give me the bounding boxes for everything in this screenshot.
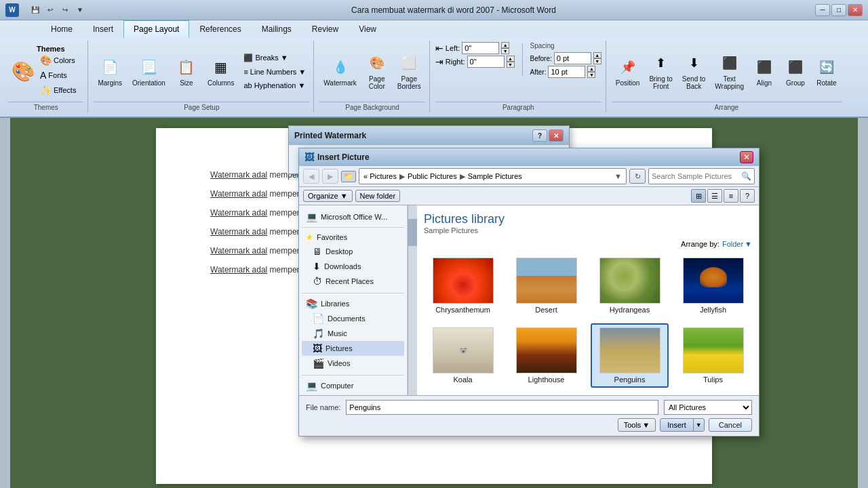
send-to-back-button[interactable]: ⬇ Send toBack (678, 49, 709, 93)
sidebar-item-music[interactable]: 🎵 Music (302, 326, 404, 341)
insert-arrow-btn[interactable]: ▼ (693, 419, 704, 431)
pic-thumb-chrysanthemum (433, 258, 494, 304)
tab-mailings[interactable]: Mailings (252, 20, 302, 38)
cancel-button[interactable]: Cancel (709, 418, 752, 432)
text-wrapping-icon: ⬛ (719, 52, 741, 74)
sidebar-item-libraries[interactable]: 📚 Libraries (302, 296, 404, 311)
koala-image: 🐨 (433, 328, 493, 373)
spacing-before-row: Before: ▲ ▼ (530, 52, 601, 64)
group-button[interactable]: ⬛ Group (781, 54, 810, 89)
pic-item-penguins[interactable]: Penguins (591, 323, 669, 388)
nav-bar: ◀ ▶ 📁 « Pictures ▶ Public Pictures ▶ Sam… (299, 166, 759, 187)
line-numbers-button[interactable]: ≡ Line Numbers ▼ (240, 66, 309, 78)
maximize-button[interactable]: □ (831, 4, 846, 16)
nav-forward-btn[interactable]: ▶ (322, 169, 338, 184)
insert-main-btn[interactable]: Insert (660, 419, 693, 431)
tab-review[interactable]: Review (302, 20, 349, 38)
margins-button[interactable]: 📄 Margins (94, 54, 126, 89)
text-wrapping-button[interactable]: ⬛ TextWrapping (711, 49, 748, 93)
hyphenation-button[interactable]: ab Hyphenation ▼ (240, 79, 309, 92)
indent-left-up[interactable]: ▲ (501, 42, 509, 48)
pic-item-koala[interactable]: 🐨 Koala (424, 323, 502, 388)
tab-view[interactable]: View (349, 20, 387, 38)
tab-references[interactable]: References (189, 20, 251, 38)
pic-item-jellyfish[interactable]: Jellyfish (674, 253, 752, 318)
page-borders-button[interactable]: ⬜ PageBorders (393, 49, 425, 93)
spacing-before-input[interactable] (554, 52, 591, 64)
colors-btn[interactable]: 🎨Colors (37, 53, 79, 68)
breaks-button[interactable]: ⬛ Breaks ▼ (240, 52, 309, 64)
filetype-select[interactable]: All Pictures (664, 400, 752, 415)
filename-input[interactable] (346, 400, 658, 415)
bring-to-front-button[interactable]: ⬆ Bring toFront (645, 49, 676, 93)
close-button[interactable]: ✕ (848, 4, 863, 16)
sidebar-item-favorites[interactable]: ★ Favorites (302, 230, 404, 244)
organize-btn[interactable]: Organize ▼ (303, 190, 353, 202)
view-help-btn[interactable]: ? (740, 189, 755, 203)
dropdown-qa-btn[interactable]: ▼ (73, 4, 87, 16)
sidebar-item-pictures[interactable]: 🖼 Pictures (302, 341, 404, 356)
pic-item-tulips[interactable]: Tulips (674, 323, 752, 388)
tools-button[interactable]: Tools ▼ (618, 418, 656, 432)
indent-left-down[interactable]: ▼ (501, 48, 509, 54)
size-button[interactable]: 📋 Size (172, 54, 201, 89)
sidebar-scrollbar-thumb[interactable] (408, 219, 418, 246)
spacing-after-down[interactable]: ▼ (587, 72, 595, 78)
desert-image (517, 258, 576, 303)
spacing-before-down[interactable]: ▼ (593, 58, 601, 64)
sidebar-item-computer[interactable]: 💻 Computer (302, 378, 404, 393)
orientation-button[interactable]: 📃 Orientation (128, 54, 170, 89)
spacing-after-input[interactable] (548, 66, 585, 78)
view-details-btn[interactable]: ≡ (724, 189, 738, 203)
spacing-after-up[interactable]: ▲ (587, 66, 595, 72)
new-folder-btn[interactable]: New folder (355, 190, 401, 202)
minimize-button[interactable]: ─ (815, 4, 830, 16)
search-icon[interactable]: 🔍 (741, 171, 751, 181)
columns-button[interactable]: ▦ Columns (203, 54, 238, 89)
view-list-btn[interactable]: ☰ (707, 189, 722, 203)
indent-right-up[interactable]: ▲ (507, 56, 515, 62)
pic-item-desert[interactable]: Desert (507, 253, 585, 318)
indent-left-input[interactable] (462, 42, 499, 54)
sidebar-item-desktop[interactable]: 🖥 Desktop (302, 244, 404, 259)
position-button[interactable]: 📌 Position (612, 54, 644, 89)
tab-home[interactable]: Home (41, 20, 83, 38)
spacing-before-up[interactable]: ▲ (593, 52, 601, 58)
watermark-button[interactable]: 💧 Watermark (319, 54, 361, 89)
align-button[interactable]: ⬛ Align (749, 54, 779, 89)
sidebar-scrollbar[interactable] (408, 205, 417, 395)
nav-up-btn[interactable]: 📁 (341, 171, 356, 182)
sidebar-item-videos[interactable]: 🎬 Videos (302, 356, 404, 371)
tab-insert[interactable]: Insert (83, 20, 123, 38)
path-dropdown[interactable]: ▼ (614, 172, 622, 180)
pic-item-lighthouse[interactable]: Lighthouse (507, 323, 585, 388)
indent-right-input[interactable] (467, 56, 505, 68)
pic-item-chrysanthemum[interactable]: Chrysanthemum (424, 253, 502, 318)
themes-button[interactable]: 🎨 Themes 🎨Colors AFonts ✨Effects (8, 42, 83, 100)
dialog-bottom: File name: All Pictures Tools ▼ Insert ▼… (299, 395, 759, 436)
pw-help-btn[interactable]: ? (532, 129, 547, 142)
sidebar-item-documents[interactable]: 📄 Documents (302, 311, 404, 326)
bring-to-front-label: Bring toFront (649, 75, 672, 90)
insert-picture-close-btn[interactable]: ✕ (740, 151, 753, 163)
view-large-icons-btn[interactable]: ⊞ (691, 189, 706, 203)
search-input[interactable] (652, 172, 740, 180)
nav-back-btn[interactable]: ◀ (303, 169, 319, 184)
pic-item-hydrangeas[interactable]: Hydrangeas (591, 253, 669, 318)
sidebar-item-downloads[interactable]: ⬇ Downloads (302, 259, 404, 274)
pw-close-btn[interactable]: ✕ (549, 129, 564, 142)
save-qa-btn[interactable]: 💾 (28, 4, 42, 16)
redo-qa-btn[interactable]: ↪ (58, 4, 72, 16)
page-color-button[interactable]: 🎨 PageColor (362, 49, 392, 93)
arrange-by-value[interactable]: Folder ▼ (722, 240, 752, 248)
sidebar-item-recent-places[interactable]: ⏱ Recent Places (302, 274, 404, 289)
undo-qa-btn[interactable]: ↩ (43, 4, 57, 16)
fonts-btn[interactable]: AFonts (37, 68, 71, 83)
sidebar-item-msoffice[interactable]: 💻 Microsoft Office W... (302, 209, 404, 224)
nav-refresh-btn[interactable]: ↻ (629, 169, 646, 184)
indent-right-down[interactable]: ▼ (507, 62, 515, 68)
effects-btn[interactable]: ✨Effects (37, 83, 79, 98)
sidebar-separator-3 (302, 375, 404, 375)
rotate-button[interactable]: 🔄 Rotate (812, 54, 842, 89)
tab-page-layout[interactable]: Page Layout (123, 20, 189, 38)
